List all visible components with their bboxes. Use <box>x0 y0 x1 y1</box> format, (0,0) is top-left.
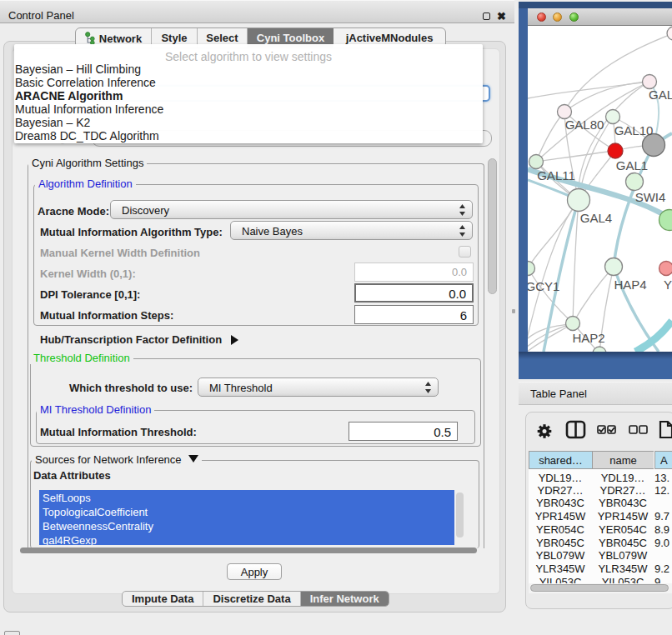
svg-text:GCY1: GCY1 <box>528 279 559 293</box>
svg-text:GAL11: GAL11 <box>537 168 575 182</box>
svg-text:GAL80: GAL80 <box>565 118 604 132</box>
svg-text:HAP4: HAP4 <box>614 278 646 292</box>
svg-text:GAL4: GAL4 <box>580 211 612 225</box>
svg-text:GAL1: GAL1 <box>616 158 648 172</box>
svg-text:YE: YE <box>664 278 672 292</box>
svg-text:GAL2: GAL2 <box>649 88 672 102</box>
svg-text:GAL10: GAL10 <box>614 123 654 138</box>
svg-text:SWI4: SWI4 <box>635 190 666 204</box>
svg-text:HAP2: HAP2 <box>572 331 604 345</box>
